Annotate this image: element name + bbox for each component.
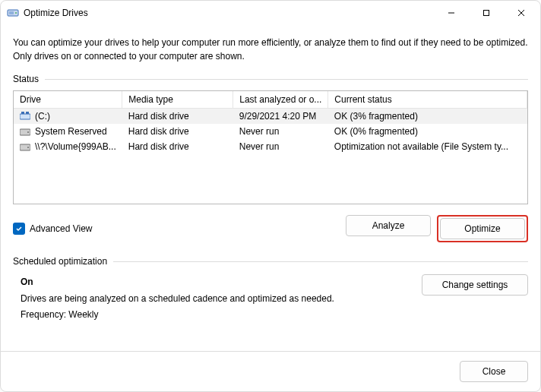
- maximize-button[interactable]: [469, 2, 504, 24]
- close-button[interactable]: Close: [460, 361, 528, 382]
- drive-media: Hard disk drive: [122, 109, 233, 125]
- sched-grid: On Drives are being analyzed on a schedu…: [13, 274, 528, 324]
- optimize-drives-window: Optimize Drives You can optimize your dr…: [0, 0, 541, 392]
- svg-point-11: [27, 131, 29, 133]
- windows-drive-icon: [20, 112, 30, 121]
- svg-rect-8: [21, 112, 24, 114]
- drive-media: Hard disk drive: [122, 124, 233, 139]
- minimize-button[interactable]: [434, 2, 469, 24]
- table-row[interactable]: (C:) Hard disk drive 9/29/2021 4:20 PM O…: [14, 109, 527, 125]
- drives-table[interactable]: Drive Media type Last analyzed or o... C…: [14, 91, 527, 154]
- optimize-button[interactable]: Optimize: [440, 218, 525, 239]
- col-drive[interactable]: Drive: [14, 91, 122, 109]
- svg-rect-7: [20, 114, 30, 119]
- close-window-button[interactable]: [504, 2, 539, 24]
- sched-freq: Frequency: Weekly: [21, 307, 422, 324]
- optimize-highlight: Optimize: [437, 215, 528, 242]
- svg-rect-1: [9, 11, 14, 14]
- hdd-icon: [20, 128, 30, 135]
- drive-name: \\?\Volume{999AB...: [35, 141, 116, 152]
- window-title: Optimize Drives: [24, 8, 434, 18]
- divider: [45, 79, 528, 80]
- sched-desc: Drives are being analyzed on a scheduled…: [21, 291, 422, 308]
- table-row[interactable]: System Reserved Hard disk drive Never ru…: [14, 124, 527, 139]
- drive-last: 9/29/2021 4:20 PM: [233, 109, 328, 125]
- actions-row: Advanced View Analyze Optimize: [13, 215, 528, 242]
- col-media[interactable]: Media type: [122, 91, 233, 109]
- col-status[interactable]: Current status: [328, 91, 527, 109]
- drive-status: OK (3% fragmented): [328, 109, 527, 125]
- table-header-row: Drive Media type Last analyzed or o... C…: [14, 91, 527, 109]
- sched-state: On: [21, 274, 422, 291]
- app-icon: [7, 7, 19, 19]
- table-row[interactable]: \\?\Volume{999AB... Hard disk drive Neve…: [14, 139, 527, 154]
- sched-section-label: Scheduled optimization: [13, 256, 528, 267]
- sched-label: Scheduled optimization: [13, 256, 113, 267]
- status-section-label: Status: [13, 74, 528, 84]
- titlebar: Optimize Drives: [1, 1, 540, 25]
- drive-media: Hard disk drive: [122, 139, 233, 154]
- svg-rect-9: [26, 112, 29, 114]
- svg-point-13: [27, 147, 29, 148]
- divider: [113, 261, 528, 262]
- advanced-view-label: Advanced View: [30, 223, 93, 234]
- analyze-button[interactable]: Analyze: [346, 215, 431, 236]
- svg-point-2: [15, 12, 17, 14]
- body: You can optimize your drives to help you…: [1, 25, 540, 351]
- drive-last: Never run: [233, 124, 328, 139]
- drives-table-wrap: Drive Media type Last analyzed or o... C…: [13, 90, 528, 204]
- drive-status: Optimization not available (File System …: [328, 139, 527, 154]
- col-last[interactable]: Last analyzed or o...: [233, 91, 328, 109]
- drive-name: System Reserved: [35, 126, 107, 137]
- footer: Close: [1, 351, 540, 391]
- intro-text: You can optimize your drives to help you…: [13, 36, 528, 63]
- drive-last: Never run: [233, 139, 328, 154]
- drive-status: OK (0% fragmented): [328, 124, 527, 139]
- status-label: Status: [13, 74, 45, 84]
- hdd-icon: [20, 143, 30, 150]
- svg-rect-4: [484, 11, 489, 16]
- drive-name: (C:): [35, 111, 50, 122]
- advanced-view-checkbox[interactable]: [13, 223, 25, 235]
- change-settings-button[interactable]: Change settings: [422, 274, 528, 296]
